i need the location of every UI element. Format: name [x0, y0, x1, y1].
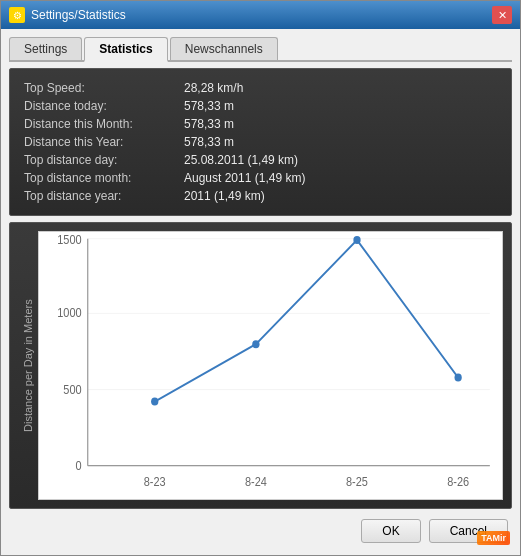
ok-button[interactable]: OK — [361, 519, 420, 543]
stat-value-top-year: 2011 (1,49 km) — [184, 189, 265, 203]
stat-row-top-year: Top distance year: 2011 (1,49 km) — [24, 187, 497, 205]
stat-label-top-year: Top distance year: — [24, 189, 184, 203]
tab-settings[interactable]: Settings — [9, 37, 82, 60]
stat-label-top-day: Top distance day: — [24, 153, 184, 167]
svg-point-13 — [353, 236, 360, 244]
stat-value-distance-today: 578,33 m — [184, 99, 234, 113]
tab-statistics[interactable]: Statistics — [84, 37, 167, 62]
window-icon: ⚙ — [9, 7, 25, 23]
svg-text:1500: 1500 — [57, 234, 81, 247]
stat-label-distance-today: Distance today: — [24, 99, 184, 113]
close-button[interactable]: ✕ — [492, 6, 512, 24]
stat-row-top-speed: Top Speed: 28,28 km/h — [24, 79, 497, 97]
stat-label-top-month: Top distance month: — [24, 171, 184, 185]
content-area: Top Speed: 28,28 km/h Distance today: 57… — [9, 68, 512, 509]
stat-row-distance-month: Distance this Month: 578,33 m — [24, 115, 497, 133]
footer: OK Cancel TAMir — [9, 515, 512, 547]
stat-label-distance-year: Distance this Year: — [24, 135, 184, 149]
svg-point-14 — [454, 374, 461, 382]
stat-value-top-day: 25.08.2011 (1,49 km) — [184, 153, 298, 167]
chart-container: Distance per Day in Meters — [18, 231, 503, 500]
stat-label-distance-month: Distance this Month: — [24, 117, 184, 131]
svg-text:8-26: 8-26 — [447, 475, 469, 488]
stat-value-distance-month: 578,33 m — [184, 117, 234, 131]
stat-value-distance-year: 578,33 m — [184, 135, 234, 149]
stat-value-top-speed: 28,28 km/h — [184, 81, 243, 95]
svg-text:500: 500 — [63, 383, 81, 396]
svg-text:8-24: 8-24 — [245, 475, 268, 488]
chart-y-label: Distance per Day in Meters — [18, 231, 38, 500]
watermark: TAMir — [477, 531, 510, 545]
chart-inner: 0 500 1000 1500 — [38, 231, 503, 500]
svg-rect-0 — [88, 239, 490, 466]
stat-row-top-day: Top distance day: 25.08.2011 (1,49 km) — [24, 151, 497, 169]
svg-point-11 — [151, 398, 158, 406]
svg-text:8-23: 8-23 — [144, 475, 166, 488]
window-body: Settings Statistics Newschannels Top Spe… — [1, 29, 520, 555]
stat-value-top-month: August 2011 (1,49 km) — [184, 171, 305, 185]
tab-newschannels[interactable]: Newschannels — [170, 37, 278, 60]
chart-svg: 0 500 1000 1500 — [39, 232, 502, 499]
window-title: Settings/Statistics — [31, 8, 126, 22]
stat-label-top-speed: Top Speed: — [24, 81, 184, 95]
title-bar-left: ⚙ Settings/Statistics — [9, 7, 126, 23]
stats-panel: Top Speed: 28,28 km/h Distance today: 57… — [9, 68, 512, 216]
tab-bar: Settings Statistics Newschannels — [9, 37, 512, 62]
stat-row-top-month: Top distance month: August 2011 (1,49 km… — [24, 169, 497, 187]
main-window: ⚙ Settings/Statistics ✕ Settings Statist… — [0, 0, 521, 556]
stat-row-distance-today: Distance today: 578,33 m — [24, 97, 497, 115]
chart-panel: Distance per Day in Meters — [9, 222, 512, 509]
svg-text:0: 0 — [76, 459, 82, 472]
svg-point-12 — [252, 340, 259, 348]
svg-text:1000: 1000 — [57, 307, 81, 320]
title-bar: ⚙ Settings/Statistics ✕ — [1, 1, 520, 29]
stat-row-distance-year: Distance this Year: 578,33 m — [24, 133, 497, 151]
svg-text:8-25: 8-25 — [346, 475, 368, 488]
